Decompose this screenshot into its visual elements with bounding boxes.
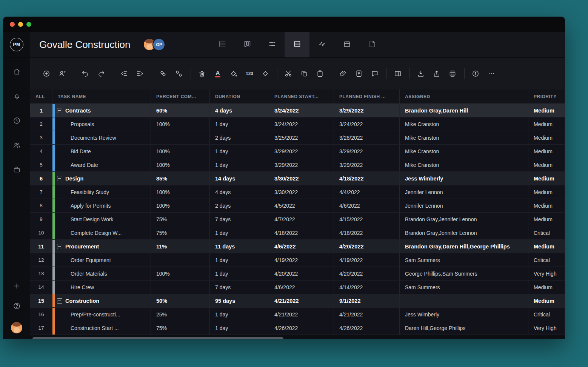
cell-duration[interactable]: 7 days bbox=[210, 281, 269, 294]
collapse-toggle[interactable] bbox=[57, 298, 62, 304]
undo-icon[interactable] bbox=[79, 67, 92, 80]
cell-planned-finish[interactable]: 9/1/2022 bbox=[334, 294, 400, 307]
cell-assigned[interactable] bbox=[400, 294, 528, 307]
column-header-percent-com[interactable]: PERCENT COM... bbox=[151, 89, 210, 103]
cell-assigned[interactable]: Brandon Gray,Daren Hill,George Phillips bbox=[400, 240, 528, 253]
cell-assigned[interactable]: George Phillips,Sam Summers bbox=[400, 267, 528, 280]
table-row[interactable]: 1Contracts60%4 days3/24/20223/29/2022Bra… bbox=[30, 104, 565, 117]
cell-row-number[interactable]: 13 bbox=[30, 267, 52, 280]
cell-assigned[interactable]: Brandon Gray,Jennifer Lennon bbox=[400, 213, 528, 226]
table-row[interactable]: 10Complete Design W...75%1 day4/18/20224… bbox=[30, 226, 565, 240]
import-icon[interactable] bbox=[414, 67, 427, 80]
cell-duration[interactable]: 4 days bbox=[210, 104, 269, 117]
cell-planned-finish[interactable]: 4/18/2022 bbox=[334, 226, 400, 239]
cell-assigned[interactable]: Jennifer Lennon bbox=[400, 185, 528, 199]
cell-planned-start[interactable]: 4/6/2022 bbox=[269, 240, 334, 253]
cell-percent-complete[interactable]: 100% bbox=[151, 158, 210, 171]
cell-assigned[interactable]: Jennifer Lennon bbox=[400, 199, 528, 212]
cell-percent-complete[interactable] bbox=[151, 281, 210, 294]
paste-icon[interactable] bbox=[314, 67, 326, 80]
comment-icon[interactable] bbox=[368, 67, 381, 80]
cell-planned-finish[interactable]: 3/29/2022 bbox=[334, 145, 400, 158]
cell-duration[interactable]: 1 day bbox=[210, 321, 269, 335]
cell-planned-finish[interactable]: 4/21/2022 bbox=[334, 308, 400, 321]
cell-planned-start[interactable]: 4/18/2022 bbox=[269, 226, 334, 239]
cell-priority[interactable]: Medium bbox=[528, 185, 565, 199]
cell-planned-finish[interactable]: 3/28/2022 bbox=[334, 131, 400, 144]
table-row[interactable]: 8Apply for Permits100%2 days4/5/20224/6/… bbox=[30, 199, 565, 213]
column-header-priority[interactable]: PRIORITY bbox=[528, 89, 565, 103]
cell-percent-complete[interactable]: 75% bbox=[151, 226, 210, 239]
cell-planned-start[interactable]: 4/5/2022 bbox=[269, 199, 334, 212]
cell-planned-start[interactable]: 4/26/2022 bbox=[269, 321, 334, 335]
cell-priority[interactable]: Medium bbox=[528, 117, 565, 131]
cell-row-number[interactable]: 12 bbox=[30, 253, 52, 267]
table-row[interactable]: 4Bid Date100%1 day3/29/20223/29/2022Mike… bbox=[30, 145, 565, 158]
cell-assigned[interactable]: Mike Cranston bbox=[400, 145, 528, 158]
cell-duration[interactable]: 4 days bbox=[210, 185, 269, 199]
cell-percent-complete[interactable]: 100% bbox=[151, 185, 210, 199]
cell-row-number[interactable]: 2 bbox=[30, 117, 52, 131]
link-task-icon[interactable] bbox=[157, 67, 169, 80]
cell-priority[interactable]: Medium bbox=[528, 158, 565, 171]
cell-percent-complete[interactable]: 75% bbox=[151, 213, 210, 226]
cell-assigned[interactable]: Jess Wimberly bbox=[400, 308, 528, 321]
table-row[interactable]: 3Documents Review2 days3/25/20223/28/202… bbox=[30, 131, 565, 145]
cell-planned-start[interactable]: 3/25/2022 bbox=[269, 131, 334, 144]
cell-priority[interactable]: Medium bbox=[528, 172, 565, 185]
cell-priority[interactable]: Medium bbox=[528, 104, 565, 117]
cell-task-name[interactable]: Start Design Work bbox=[52, 213, 151, 226]
cell-duration[interactable]: 11 days bbox=[210, 240, 269, 253]
cell-planned-finish[interactable]: 4/18/2022 bbox=[334, 172, 400, 185]
columns-icon[interactable] bbox=[391, 67, 404, 80]
cell-duration[interactable]: 1 day bbox=[210, 267, 269, 280]
info-icon[interactable] bbox=[469, 67, 482, 80]
cell-planned-finish[interactable]: 4/26/2022 bbox=[334, 321, 400, 335]
cell-planned-finish[interactable]: 3/29/2022 bbox=[334, 158, 400, 171]
table-row[interactable]: 14Hire Crew7 days4/6/20224/14/2022Sam Su… bbox=[30, 281, 565, 294]
tab-view-calendar[interactable] bbox=[334, 32, 359, 57]
cell-percent-complete[interactable]: 85% bbox=[151, 172, 210, 185]
cell-row-number[interactable]: 6 bbox=[30, 172, 52, 185]
fill-color-icon[interactable] bbox=[227, 67, 240, 80]
cut-icon[interactable] bbox=[282, 67, 295, 80]
column-header-task-name[interactable]: TASK NAME bbox=[52, 89, 151, 103]
delete-icon[interactable] bbox=[195, 67, 208, 80]
cell-duration[interactable]: 2 days bbox=[210, 199, 269, 212]
cell-assigned[interactable]: Mike Cranston bbox=[400, 131, 528, 144]
cell-task-name[interactable]: Prep/Pre-constructi... bbox=[52, 308, 151, 321]
cell-planned-finish[interactable]: 4/15/2022 bbox=[334, 213, 400, 226]
table-row[interactable]: 12Order Equipment1 day4/19/20224/19/2022… bbox=[30, 253, 565, 267]
column-header-planned-finish[interactable]: PLANNED FINISH ... bbox=[334, 89, 400, 103]
notifications-icon[interactable] bbox=[13, 92, 21, 102]
cell-assigned[interactable]: Brandon Gray,Daren Hill bbox=[400, 104, 528, 117]
cell-task-name[interactable]: Hire Crew bbox=[52, 281, 151, 294]
cell-planned-start[interactable]: 4/6/2022 bbox=[269, 281, 334, 294]
help-icon[interactable] bbox=[13, 302, 21, 311]
cell-row-number[interactable]: 10 bbox=[30, 226, 52, 239]
cell-priority[interactable]: Medium bbox=[528, 240, 565, 253]
cell-priority[interactable]: Medium bbox=[528, 213, 565, 226]
cell-duration[interactable]: 1 day bbox=[210, 308, 269, 321]
cell-duration[interactable]: 1 day bbox=[210, 158, 269, 171]
cell-planned-finish[interactable]: 4/14/2022 bbox=[334, 281, 400, 294]
table-row[interactable]: 9Start Design Work75%7 days4/7/20224/15/… bbox=[30, 213, 565, 226]
horizontal-scrollbar-thumb[interactable] bbox=[32, 337, 283, 339]
export-icon[interactable] bbox=[430, 67, 443, 80]
cell-planned-finish[interactable]: 4/19/2022 bbox=[334, 253, 400, 267]
cell-row-number[interactable]: 1 bbox=[30, 104, 52, 117]
column-header-duration[interactable]: DURATION bbox=[210, 89, 269, 103]
horizontal-scrollbar[interactable] bbox=[30, 335, 565, 339]
cell-planned-start[interactable]: 4/7/2022 bbox=[269, 213, 334, 226]
cell-planned-finish[interactable]: 3/24/2022 bbox=[334, 117, 400, 131]
notes-icon[interactable] bbox=[352, 67, 365, 80]
cell-priority[interactable]: Medium bbox=[528, 131, 565, 144]
cell-planned-start[interactable]: 3/30/2022 bbox=[269, 185, 334, 199]
cell-task-name[interactable]: Proposals bbox=[52, 117, 151, 131]
cell-duration[interactable]: 1 day bbox=[210, 226, 269, 239]
cell-assigned[interactable]: Mike Cranston bbox=[400, 158, 528, 171]
unlink-task-icon[interactable] bbox=[172, 67, 185, 80]
cell-planned-start[interactable]: 3/24/2022 bbox=[269, 104, 334, 117]
cell-assigned[interactable]: Brandon Gray,Jennifer Lennon bbox=[400, 226, 528, 239]
home-icon[interactable] bbox=[13, 68, 21, 77]
